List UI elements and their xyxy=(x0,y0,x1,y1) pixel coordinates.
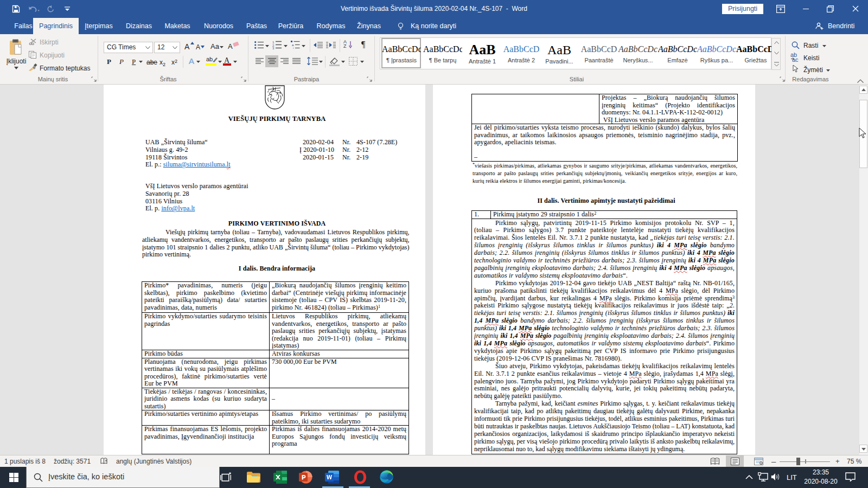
svg-text:3: 3 xyxy=(272,47,275,49)
svg-text:i: i xyxy=(293,47,293,49)
